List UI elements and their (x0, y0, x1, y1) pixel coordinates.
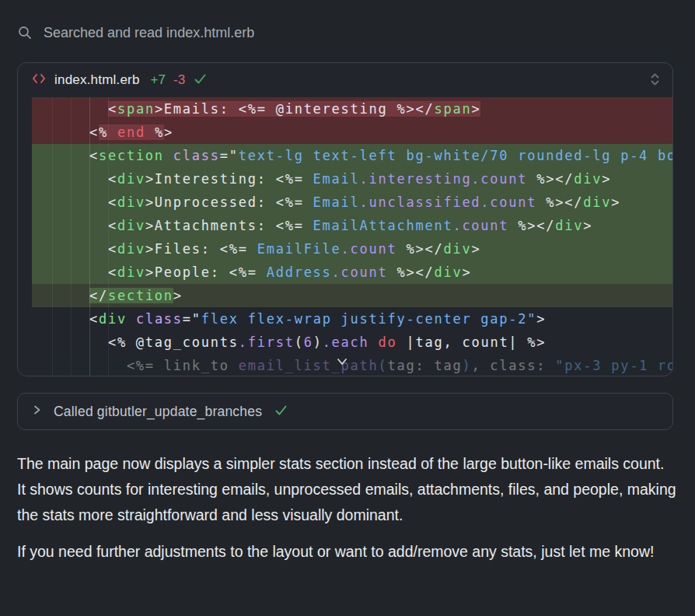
chevron-up-down-icon (650, 72, 660, 89)
diff-line: <section class="text-lg text-left bg-whi… (32, 144, 673, 167)
code-card-header[interactable]: index.html.erb +7 -3 (18, 63, 672, 97)
tool-status-header[interactable]: Searched and read index.html.erb (17, 23, 678, 42)
diff-line: <div>Interesting: <%= Email.interesting.… (32, 167, 673, 191)
diff-line: <div>Files: <%= EmailFile.count %></div> (32, 237, 673, 261)
diff-line: <div>People: <%= Address.count %></div> (32, 261, 673, 284)
code-icon (31, 72, 47, 88)
check-icon (193, 72, 208, 89)
diff-line: <%= link_to email_list_path(tag: tag), c… (32, 354, 673, 376)
diff-line: <div>Unprocessed: <%= Email.unclassified… (32, 191, 673, 214)
diff-deletions-count: -3 (173, 72, 185, 88)
diff-line: <% @tag_counts.first(6).each do |tag, co… (32, 331, 673, 354)
code-diff-card: index.html.erb +7 -3 <span>Emails: <%= @… (17, 62, 673, 376)
diff-line: <div class="flex flex-wrap justify-cente… (32, 307, 673, 331)
diff-filename: index.html.erb (54, 72, 140, 88)
assistant-message: The main page now displays a simpler sta… (17, 451, 676, 565)
check-icon (274, 403, 288, 421)
diff-line: <span>Emails: <%= @interesting %></span> (32, 97, 673, 121)
diff-additions-count: +7 (151, 72, 166, 88)
tool-call-row[interactable]: Called gitbutler_update_branches (17, 393, 673, 430)
tool-status-label: Searched and read index.html.erb (44, 25, 254, 41)
diff-line: <% end %> (32, 121, 673, 144)
chevron-down-icon (335, 355, 349, 370)
message-paragraph: If you need further adjustments to the l… (17, 539, 676, 565)
search-icon (17, 25, 33, 40)
scroll-down-indicator[interactable] (335, 355, 349, 370)
diff-body: <span>Emails: <%= @interesting %></span>… (32, 97, 673, 376)
chevron-right-icon (32, 404, 42, 418)
diff-line: </section> (32, 284, 673, 307)
expand-collapse-button[interactable] (648, 71, 662, 90)
diff-line: <div>Attachments: <%= EmailAttachment.co… (32, 214, 673, 237)
message-paragraph: The main page now displays a simpler sta… (17, 451, 676, 528)
tool-call-label: Called gitbutler_update_branches (54, 404, 262, 420)
